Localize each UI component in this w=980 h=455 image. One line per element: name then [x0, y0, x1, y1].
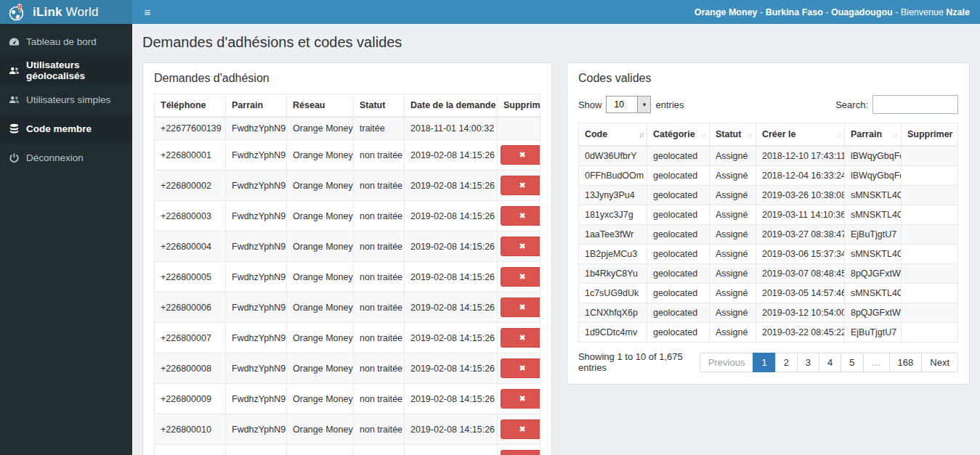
supprimer-cell: ✖ — [498, 140, 540, 171]
sidebar-item-code-membre[interactable]: Code membre — [0, 114, 132, 143]
sidebar-item-deconnexion[interactable]: Déconnexion — [0, 143, 132, 172]
delete-button[interactable]: ✖ — [501, 358, 540, 378]
sidebar-item-label: Utilisateurs géolocalisés — [26, 60, 123, 81]
telephone-cell: +226800003 — [155, 201, 226, 231]
date-cell: 2019-02-08 14:15:26 — [405, 140, 498, 171]
main-content: Demandes d'adhésions et codes valides De… — [132, 24, 980, 455]
sidebar-item-utilisateurs-simples[interactable]: Utilisateurs simples — [0, 85, 132, 114]
date-cell: 2019-02-08 14:15:26 — [405, 353, 498, 384]
telephone-cell: +226800002 — [155, 171, 226, 201]
supprimer-cell — [901, 205, 957, 225]
statut-cell: non traitée — [354, 323, 405, 353]
code-cell: 1b4RkyC8Yu — [578, 264, 647, 284]
sidebar-item-label: Code membre — [26, 123, 92, 134]
sortable-column-header[interactable]: Catégorie↓↑ — [647, 123, 709, 147]
sortable-column-header[interactable]: Code↓↑ — [578, 123, 647, 147]
categorie-cell: geolocated — [647, 166, 709, 186]
reseau-cell: Orange Money — [287, 384, 354, 414]
brand-logo[interactable]: $ iLink World — [0, 0, 132, 24]
delete-button[interactable]: ✖ — [501, 237, 540, 256]
sortable-column-header[interactable]: Statut↓↑ — [709, 123, 756, 147]
supprimer-cell — [901, 225, 957, 245]
code-row: 0FFhBudOOmgeolocatedAssigné2018-12-04 16… — [578, 166, 957, 186]
categorie-cell: geolocated — [647, 264, 709, 284]
pagination-button-168[interactable]: 168 — [889, 353, 923, 372]
telephone-cell: +226800330 — [155, 445, 226, 455]
parrain-cell: FwdhzYphN9 — [226, 262, 287, 292]
code-row: 1CNXhfqX6pgeolocatedAssigné2019-03-12 10… — [578, 303, 957, 323]
reseau-cell: Orange Money — [287, 231, 354, 262]
brand-name: iLink World — [33, 5, 99, 20]
sidebar-item-tableau-de-bord[interactable]: Tableau de bord — [0, 27, 132, 56]
categorie-cell: geolocated — [647, 284, 709, 303]
globe-pin-icon: $ — [9, 3, 26, 22]
code-row: 1B2pjeMCu3geolocatedAssigné2019-03-06 15… — [578, 245, 957, 264]
search-input[interactable] — [872, 95, 958, 114]
statut-cell: Assigné — [709, 146, 756, 166]
supprimer-cell: ✖ — [498, 171, 540, 201]
table-info: Showing 1 to 10 of 1,675 entries — [578, 351, 700, 373]
creer-le-cell: 2019-03-11 14:10:36 — [756, 205, 844, 225]
delete-button[interactable]: ✖ — [501, 267, 540, 287]
column-header: Parrain — [226, 94, 287, 118]
power-icon — [9, 152, 20, 163]
supprimer-cell: ✖ — [498, 231, 540, 262]
date-cell: 2019-02-08 14:15:26 — [405, 171, 498, 201]
code-cell: 1CNXhfqX6p — [578, 303, 647, 323]
delete-button[interactable]: ✖ — [501, 450, 540, 455]
supprimer-cell: ✖ — [498, 323, 540, 353]
telephone-cell: +226800008 — [155, 353, 226, 384]
requests-panel: Demandes d'adhésion TéléphoneParrainRése… — [142, 62, 552, 455]
pagination-button-previous[interactable]: Previous — [700, 353, 754, 372]
date-cell: 2019-02-08 14:15:26 — [405, 414, 498, 445]
telephone-cell: +226800010 — [155, 414, 226, 445]
sortable-column-header[interactable]: Parrain↓↑ — [844, 123, 901, 147]
top-navbar: $ iLink World ≡ Orange Money - Burkina F… — [0, 0, 980, 24]
creer-le-cell: 2019-03-07 08:48:45 — [756, 264, 844, 284]
supprimer-cell: ✖ — [498, 262, 540, 292]
categorie-cell: geolocated — [647, 146, 709, 166]
delete-button[interactable]: ✖ — [501, 298, 540, 317]
statut-cell: non traitée — [354, 201, 405, 231]
parrain-cell: sMNSKTL4OR — [844, 186, 901, 205]
column-header: Téléphone — [155, 94, 226, 118]
statut-cell: non traitée — [354, 171, 405, 201]
supprimer-cell — [901, 166, 957, 186]
delete-button[interactable]: ✖ — [501, 176, 540, 195]
sortable-column-header[interactable]: Créer le↓↑ — [756, 123, 844, 147]
statut-cell: non traitée — [354, 292, 405, 323]
sort-icon: ↓↑ — [836, 131, 841, 139]
date-cell: 2019-02-08 14:15:26 — [405, 201, 498, 231]
code-cell: 181yxc3J7g — [578, 205, 647, 225]
telephone-cell: +226800009 — [155, 384, 226, 414]
delete-button[interactable]: ✖ — [501, 206, 540, 226]
supprimer-cell — [901, 264, 957, 284]
sidebar: Tableau de bord Utilisateurs géolocalisé… — [0, 24, 132, 455]
pagination-button-5[interactable]: 5 — [841, 353, 863, 372]
sidebar-toggle-button[interactable]: ≡ — [132, 0, 163, 24]
request-row: +226800010FwdhzYphN9Orange Moneynon trai… — [155, 414, 540, 445]
delete-button[interactable]: ✖ — [501, 328, 540, 348]
page-length-select[interactable]: 10 — [606, 96, 651, 113]
parrain-cell: FwdhzYphN9 — [226, 384, 287, 414]
categorie-cell: geolocated — [647, 323, 709, 343]
date-cell: 2019-02-08 14:15:26 — [405, 262, 498, 292]
pagination-button-…[interactable]: … — [863, 353, 890, 372]
show-label: Show — [578, 99, 602, 110]
delete-button[interactable]: ✖ — [501, 145, 540, 165]
code-row: 181yxc3J7ggeolocatedAssigné2019-03-11 14… — [578, 205, 957, 225]
pagination-button-2[interactable]: 2 — [775, 353, 798, 372]
pagination-button-1[interactable]: 1 — [753, 353, 775, 372]
delete-button[interactable]: ✖ — [501, 389, 540, 409]
supprimer-cell: ✖ — [498, 414, 540, 445]
sidebar-item-utilisateurs-geolocalises[interactable]: Utilisateurs géolocalisés — [0, 56, 132, 85]
reseau-cell: Orange Money — [287, 117, 354, 140]
delete-button[interactable]: ✖ — [501, 419, 540, 439]
date-cell: 2019-02-08 14:15:26 — [405, 384, 498, 414]
supprimer-cell — [901, 186, 957, 205]
pagination-button-4[interactable]: 4 — [819, 353, 841, 372]
pagination-button-3[interactable]: 3 — [797, 353, 819, 372]
code-row: 1d9CDtc4mvgeolocatedAssigné2019-03-22 08… — [578, 323, 957, 343]
pagination-button-next[interactable]: Next — [921, 353, 958, 372]
sortable-column-header[interactable]: Supprimer↓↑ — [901, 123, 957, 147]
